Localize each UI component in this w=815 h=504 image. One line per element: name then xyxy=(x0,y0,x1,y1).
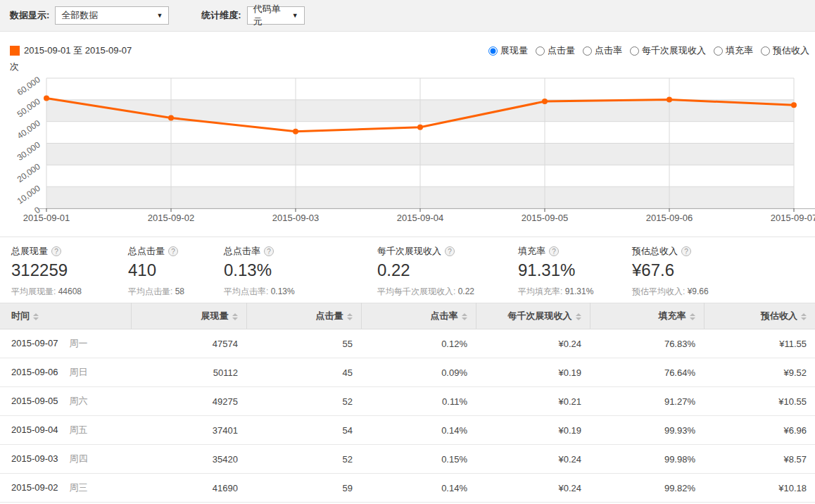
metric-radio[interactable] xyxy=(583,46,592,56)
stat-average-label: 预估平均收入: xyxy=(632,286,688,296)
table-header-clicks[interactable]: 点击量 xyxy=(246,303,361,329)
sort-icon[interactable] xyxy=(347,313,353,320)
svg-text:20,000: 20,000 xyxy=(15,161,42,184)
sort-icon[interactable] xyxy=(690,313,695,320)
dimension-select[interactable]: 代码单元 ▼ xyxy=(247,6,305,25)
sort-icon[interactable] xyxy=(33,313,39,320)
data-table-body: 2015-09-07周一47574550.12%¥0.2476.83%¥11.5… xyxy=(0,329,815,503)
stat-title: 总点击量? xyxy=(128,245,224,258)
dimension-value: 代码单元 xyxy=(253,3,288,28)
cell-date: 2015-09-04 xyxy=(11,424,58,435)
cell-date: 2015-09-06 xyxy=(11,367,58,377)
metric-radio[interactable] xyxy=(761,46,770,56)
svg-text:10,000: 10,000 xyxy=(15,183,42,206)
table-header-fill_rate[interactable]: 填充率 xyxy=(590,303,704,329)
table-header-rpm[interactable]: 每千次展现收入 xyxy=(476,303,590,329)
sort-icon[interactable] xyxy=(801,313,807,320)
metric-option-1[interactable]: 展现量 xyxy=(488,44,528,57)
cell-clicks: 54 xyxy=(246,416,361,445)
sort-up-icon xyxy=(690,313,695,316)
chart-panel: 2015-09-01 至 2015-09-07 展现量点击量点击率每千次展现收入… xyxy=(0,32,815,237)
stat-average: 预估平均收入: ¥9.66 xyxy=(632,286,815,298)
cell-impressions: 49275 xyxy=(131,387,246,416)
metric-radio-label: 填充率 xyxy=(726,44,753,57)
help-icon[interactable]: ? xyxy=(168,246,178,256)
cell-revenue: ¥10.18 xyxy=(704,474,815,503)
cell-clicks: 52 xyxy=(246,387,361,416)
data-display-value: 全部数据 xyxy=(61,9,98,22)
cell-time: 2015-09-03周四 xyxy=(0,445,131,474)
metric-option-2[interactable]: 点击量 xyxy=(536,44,575,57)
table-header-revenue[interactable]: 预估收入 xyxy=(704,303,815,329)
data-display-label: 数据显示: xyxy=(10,9,49,22)
stat-title-text: 总点击量 xyxy=(128,245,165,258)
metric-option-6[interactable]: 预估收入 xyxy=(761,44,809,57)
stat-average-value: ¥9.66 xyxy=(688,286,709,296)
help-icon[interactable]: ? xyxy=(264,246,274,256)
data-table: 时间展现量点击量点击率每千次展现收入填充率预估收入 2015-09-07周一47… xyxy=(0,303,815,503)
help-icon[interactable]: ? xyxy=(445,246,455,256)
help-icon[interactable]: ? xyxy=(681,246,691,256)
header-label: 每千次展现收入 xyxy=(508,310,572,321)
header-label: 预估收入 xyxy=(761,310,797,321)
cell-rpm: ¥0.24 xyxy=(476,474,590,503)
cell-date: 2015-09-02 xyxy=(11,482,58,493)
metric-radio[interactable] xyxy=(536,46,545,56)
svg-text:2015-09-02: 2015-09-02 xyxy=(148,213,195,223)
header-label: 时间 xyxy=(11,310,30,321)
cell-weekday: 周三 xyxy=(70,482,88,493)
cell-fill_rate: 99.98% xyxy=(590,445,704,474)
cell-revenue: ¥6.96 xyxy=(704,416,815,445)
cell-clicks: 45 xyxy=(246,358,361,387)
metric-radio[interactable] xyxy=(714,46,723,56)
cell-rpm: ¥0.24 xyxy=(476,445,590,474)
table-header-time[interactable]: 时间 xyxy=(0,303,131,329)
data-display-select[interactable]: 全部数据 ▼ xyxy=(55,6,169,25)
stat-value: 0.13% xyxy=(224,260,377,280)
sort-icon[interactable] xyxy=(462,313,467,320)
stat-block-4: 每千次展现收入?0.22平均每千次展现收入: 0.22 xyxy=(377,245,518,303)
svg-text:2015-09-04: 2015-09-04 xyxy=(397,213,444,223)
table-row: 2015-09-07周一47574550.12%¥0.2476.83%¥11.5… xyxy=(0,329,815,358)
metric-radio-label: 每千次展现收入 xyxy=(642,44,706,57)
sort-icon[interactable] xyxy=(576,313,581,320)
cell-impressions: 47574 xyxy=(131,329,246,358)
sort-icon[interactable] xyxy=(232,313,238,320)
cell-rpm: ¥0.19 xyxy=(476,416,590,445)
cell-rpm: ¥0.21 xyxy=(476,387,590,416)
cell-time: 2015-09-07周一 xyxy=(0,329,131,358)
cell-weekday: 周一 xyxy=(70,338,88,348)
stat-block-2: 总点击量?410平均点击量: 58 xyxy=(128,245,224,303)
svg-text:2015-09-01: 2015-09-01 xyxy=(23,213,70,223)
stat-title: 预估总收入? xyxy=(632,245,815,258)
metric-option-3[interactable]: 点击率 xyxy=(583,44,622,57)
dropdown-arrow-icon: ▼ xyxy=(292,12,298,19)
help-icon[interactable]: ? xyxy=(549,246,559,256)
stat-average: 平均点击量: 58 xyxy=(128,286,224,298)
stat-average-label: 平均每千次展现收入: xyxy=(377,286,458,296)
help-icon[interactable]: ? xyxy=(51,246,61,256)
svg-text:2015-09-03: 2015-09-03 xyxy=(272,213,320,223)
svg-text:40,000: 40,000 xyxy=(15,118,42,141)
table-header-impressions[interactable]: 展现量 xyxy=(131,303,246,329)
stat-average-value: 91.31% xyxy=(565,286,594,296)
cell-impressions: 37401 xyxy=(131,416,246,445)
svg-text:60,000: 60,000 xyxy=(15,75,42,98)
stat-title: 总点击率? xyxy=(224,245,377,258)
metric-radio[interactable] xyxy=(630,46,639,56)
cell-time: 2015-09-02周三 xyxy=(0,474,131,503)
header-label: 展现量 xyxy=(201,310,229,321)
stat-value: 410 xyxy=(128,260,224,280)
cell-weekday: 周六 xyxy=(70,396,88,406)
summary-stats: 总展现量?312259平均展现量: 44608总点击量?410平均点击量: 58… xyxy=(0,237,815,303)
stat-block-6: 预估总收入?¥67.6预估平均收入: ¥9.66 xyxy=(632,245,815,303)
svg-text:50,000: 50,000 xyxy=(15,96,42,120)
metric-option-5[interactable]: 填充率 xyxy=(714,44,753,57)
stat-title-text: 每千次展现收入 xyxy=(377,245,441,258)
metric-option-4[interactable]: 每千次展现收入 xyxy=(630,44,706,57)
metric-radio[interactable] xyxy=(488,46,498,56)
table-header-ctr[interactable]: 点击率 xyxy=(361,303,476,329)
sort-down-icon xyxy=(347,317,353,320)
cell-clicks: 55 xyxy=(246,329,361,358)
stat-block-1: 总展现量?312259平均展现量: 44608 xyxy=(11,245,128,303)
